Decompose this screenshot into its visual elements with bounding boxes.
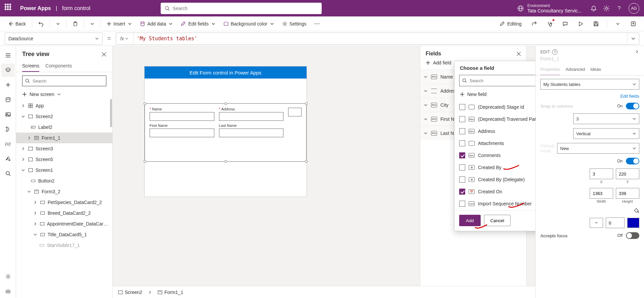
environment-picker[interactable]: Environment Tata Consultancy Servic... <box>517 3 582 13</box>
checkbox[interactable] <box>459 164 465 170</box>
user-avatar[interactable]: AG <box>629 3 639 14</box>
settings-gear-icon[interactable] <box>603 5 610 12</box>
choose-item-created-by-delegate[interactable]: ⊞Created By (Delegate) <box>459 173 535 186</box>
tree-item-form3-2[interactable]: Form3_2 <box>16 186 112 197</box>
app-launcher-icon[interactable] <box>5 4 14 13</box>
choose-item-stage[interactable]: (Deprecated) Stage Id <box>459 101 535 113</box>
snap-toggle[interactable] <box>626 103 639 109</box>
rail-virtual-agent[interactable] <box>1 285 15 298</box>
checkbox[interactable] <box>459 201 465 207</box>
resize-handle[interactable] <box>224 102 227 105</box>
tree-item-titledc[interactable]: Title_DataCard5_1 <box>16 229 112 240</box>
first-name-input[interactable] <box>150 129 214 137</box>
app-checker-button[interactable] <box>544 18 556 30</box>
tab-properties[interactable]: Properties <box>540 64 560 75</box>
overflow-button[interactable]: ··· <box>311 18 324 30</box>
resize-handle[interactable] <box>305 102 308 105</box>
canvas-screen[interactable]: Edit Form control in Power Apps *Name *A… <box>144 66 307 197</box>
rail-advanced-tools[interactable] <box>1 152 15 165</box>
form-field-last-name[interactable]: Last Name <box>219 123 284 137</box>
formula-expand[interactable] <box>627 33 639 44</box>
data-source-select[interactable]: My Students tables <box>540 79 639 90</box>
tab-ideas[interactable]: Ideas <box>590 64 601 75</box>
resize-handle[interactable] <box>224 160 227 163</box>
last-name-input[interactable] <box>219 129 284 137</box>
fx-label[interactable]: fx <box>116 33 133 44</box>
choose-item-created-on[interactable]: 📅Created On <box>459 186 535 198</box>
layout-select[interactable]: Vertical <box>573 128 639 139</box>
undo-split[interactable] <box>53 18 63 30</box>
tree-item-button2[interactable]: Button2 <box>16 176 112 186</box>
preview-button[interactable] <box>575 18 587 30</box>
checkbox[interactable] <box>459 104 465 110</box>
name-input[interactable] <box>150 112 214 121</box>
tab-advanced[interactable]: Advanced <box>566 64 585 75</box>
tab-screens[interactable]: Screens <box>22 60 39 72</box>
border-color-swatch[interactable] <box>627 218 639 228</box>
tree-item-starvisible[interactable]: StarVisible17_1 <box>16 240 112 251</box>
tree-item-screen5[interactable]: Screen5 <box>16 154 112 165</box>
insert-button[interactable]: Insert <box>103 18 135 30</box>
add-data-button[interactable]: Add data <box>137 18 176 30</box>
checkbox[interactable] <box>459 140 465 146</box>
choose-search[interactable] <box>459 75 535 86</box>
default-mode-select[interactable]: New <box>557 143 639 154</box>
tree-item-form1-1[interactable]: Form1_1 <box>16 133 112 143</box>
tree-item-appointment[interactable]: AppointmentDate_DataCard2_2 <box>16 218 112 229</box>
rail-search[interactable] <box>1 167 15 180</box>
rail-settings[interactable] <box>1 270 15 283</box>
new-screen-button[interactable]: New screen <box>16 90 112 99</box>
rail-tree-view[interactable] <box>1 63 15 77</box>
checkbox[interactable] <box>459 128 465 134</box>
close-icon[interactable] <box>102 52 106 57</box>
focus-toggle[interactable] <box>626 232 639 239</box>
border-width-input[interactable] <box>606 217 625 228</box>
checkbox[interactable] <box>459 177 465 183</box>
close-icon[interactable] <box>517 52 521 56</box>
cancel-button[interactable]: Cancel <box>484 215 511 226</box>
rail-variables[interactable]: (x) <box>1 137 15 151</box>
add-button[interactable]: Add <box>459 215 481 226</box>
tree-item-petspecies[interactable]: PetSpecies_DataCard2_2 <box>16 197 112 208</box>
width-input[interactable] <box>590 188 613 199</box>
global-search[interactable] <box>161 3 322 14</box>
choose-item-comments[interactable]: AbcComments <box>459 149 535 161</box>
notifications-icon[interactable] <box>590 5 597 12</box>
columns-select[interactable]: 3 <box>573 113 639 124</box>
choose-search-input[interactable] <box>470 78 535 83</box>
tab-components[interactable]: Components <box>45 60 72 72</box>
share-button[interactable] <box>528 18 540 30</box>
resize-handle[interactable] <box>144 102 146 105</box>
tree-item-app[interactable]: App <box>16 100 112 111</box>
chevron-right-icon[interactable] <box>635 50 639 54</box>
form-field-first-name[interactable]: First Name <box>150 123 214 137</box>
tree-search-input[interactable] <box>33 79 103 84</box>
save-button[interactable] <box>590 18 602 30</box>
visible-toggle[interactable] <box>626 158 639 164</box>
choose-item-created-by[interactable]: ⊞Created By <box>459 161 535 173</box>
tree-item-breed[interactable]: Breed_DataCard2_2 <box>16 208 112 218</box>
choose-item-import-seq[interactable]: 123Import Sequence Number <box>459 198 535 210</box>
tree-item-label2[interactable]: Label2 <box>16 122 112 133</box>
tree-item-screen3[interactable]: Screen3 <box>16 143 112 154</box>
property-selector[interactable]: DataSource <box>5 33 103 45</box>
tree-item-screen2[interactable]: Screen2 <box>16 111 112 122</box>
choose-item-attachments[interactable]: Attachments <box>459 137 535 149</box>
checkbox-checked[interactable] <box>459 189 465 195</box>
x-input[interactable] <box>590 168 613 179</box>
editing-mode-button[interactable]: Editing <box>496 18 525 30</box>
formula-input[interactable]: 'My Students tables' <box>133 36 627 42</box>
tree-item-screen1[interactable]: Screen1 <box>16 165 112 176</box>
y-input[interactable] <box>616 168 639 179</box>
checkbox[interactable] <box>459 116 465 122</box>
edit-fields-button[interactable]: Edit fields <box>177 18 219 30</box>
new-field-button[interactable]: New field <box>454 90 535 100</box>
extra-input[interactable] <box>288 108 302 116</box>
rail-insert[interactable] <box>1 78 15 92</box>
form-field-address[interactable]: *Address <box>219 107 284 121</box>
save-split[interactable] <box>612 18 624 30</box>
resize-handle[interactable] <box>305 160 308 163</box>
global-search-input[interactable] <box>173 6 318 11</box>
paste-button[interactable] <box>69 18 81 30</box>
edit-fields-link[interactable]: Edit fields <box>621 94 639 99</box>
